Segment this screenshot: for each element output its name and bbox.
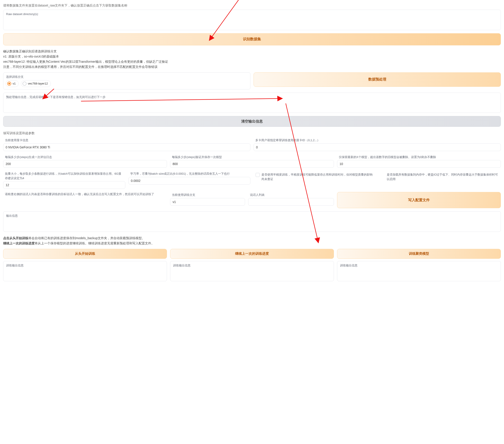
train-cluster-button[interactable]: 训练聚类模型 [337, 249, 501, 259]
output-label: 输出信息 [5, 213, 499, 218]
clear-output-button[interactable]: 清空输出信息 [3, 116, 501, 127]
train-description: 点击从头开始训练将会自动将已有的训练进度保存到models_backup文件夹，… [3, 236, 501, 246]
checkbox-icon [256, 173, 260, 177]
preprocess-output-label: 预处理输出信息，完成后请检查一下是否有报错信息，如无则可以进行下一步 [5, 94, 499, 99]
preprocess-button[interactable]: 数据预处理 [253, 72, 501, 87]
keep-n-label: 仅保留最新的X个模型，超出该数字的旧模型会被删除。设置为0则永不删除 [337, 154, 501, 159]
save-steps-input[interactable] [170, 160, 334, 168]
cache-checkbox-row[interactable]: 是否加载所有数据集到内存中，硬盘IO过于低下、同时内存容量远大于数据集体积时可以… [379, 171, 501, 183]
train-output-2[interactable] [172, 268, 332, 278]
preprocess-output-panel: 预处理输出信息，完成后请检查一下是否有报错信息，如无则可以进行下一步 [3, 93, 501, 113]
train-output-1[interactable] [5, 268, 165, 278]
output-textarea[interactable] [5, 218, 499, 229]
output-panel: 输出信息 [3, 211, 501, 232]
branch-radio-v1[interactable]: v1 [6, 80, 19, 87]
keep-n-input[interactable] [337, 160, 501, 168]
fp16-checkbox-row[interactable]: 是否使用半精度训练，半精度训练可能降低显存占用和训练时间，但对模型质量的影响尚未… [253, 171, 376, 183]
lr-input[interactable] [128, 177, 251, 185]
speaker-check-instruction: 请检查右侧的说话人列表是否和你要训练的目标说话人一致，确认无误后点击写入配置文件… [3, 192, 167, 196]
hparams-intro: 填写训练设置和超参数 [3, 131, 501, 136]
branch-label: 选择训练分支 [5, 74, 249, 79]
current-branch-input[interactable] [170, 198, 245, 206]
fp16-label: 是否使用半精度训练，半精度训练可能降低显存占用和训练时间，但对模型质量的影响尚未… [261, 172, 374, 181]
speaker-list-label: 说话人列表 [248, 192, 334, 197]
train-resume-button[interactable]: 继续上一次的训练进度 [170, 249, 334, 259]
identify-dataset-button[interactable]: 识别数据集 [3, 33, 501, 45]
radio-icon [22, 82, 27, 86]
raw-dir-input[interactable] [5, 17, 499, 27]
dataset-placement-instruction: 请将数据集文件夹放置在dataset_raw文件夹下，确认放置正确后点击下方获取… [3, 3, 501, 8]
train-from-scratch-button[interactable]: 从头开始训练 [3, 249, 167, 259]
save-steps-label: 每隔多少步(steps)验证并保存一次模型 [170, 154, 334, 159]
train-output-3[interactable] [339, 268, 499, 278]
gpu-id-input[interactable] [253, 143, 501, 151]
raw-dir-panel: Raw dataset directory(s): [3, 10, 501, 30]
gpu-info-input[interactable] [3, 143, 251, 151]
speaker-list-input[interactable] [248, 198, 334, 206]
preprocess-output[interactable] [5, 99, 499, 110]
train-output-label-2: 训练输出信息 [172, 263, 332, 268]
raw-dir-label: Raw dataset directory(s): [5, 11, 499, 17]
branch-radio-vec768[interactable]: vec768-layer12 [21, 80, 51, 87]
train-output-label-3: 训练输出信息 [339, 263, 499, 268]
gpu-id-label: 多卡用户请指定希望训练使用的显卡ID（0,1,2...） [253, 137, 501, 142]
current-branch-label: 当前使用训练分支 [170, 192, 245, 197]
branch-panel: 选择训练分支 v1 vec768-layer12 [3, 72, 251, 89]
write-config-button[interactable]: 写入配置文件 [337, 192, 501, 208]
gpu-info-label: 当前使用显卡信息 [3, 137, 251, 142]
batch-label: 批量大小，每步取多少条数据进行训练，大batch可以加快训练但显著增加显存占用。… [3, 171, 125, 180]
branch-instructions: 确认数据集正确识别后请选择训练分支 v1: 原版分支，so-vits-svc4.… [3, 49, 501, 69]
eval-steps-label: 每隔多少步(steps)生成一次评估日志 [3, 154, 167, 159]
batch-input[interactable] [3, 181, 125, 189]
train-output-label-1: 训练输出信息 [5, 263, 165, 268]
radio-icon [7, 82, 11, 86]
eval-steps-input[interactable] [3, 160, 167, 168]
lr-label: 学习率，尽量与batch size成正比(6:0.0001)，无法整除的话四舍五… [128, 171, 251, 176]
cache-label: 是否加载所有数据集到内存中，硬盘IO过于低下、同时内存容量远大于数据集体积时可以… [387, 172, 499, 181]
